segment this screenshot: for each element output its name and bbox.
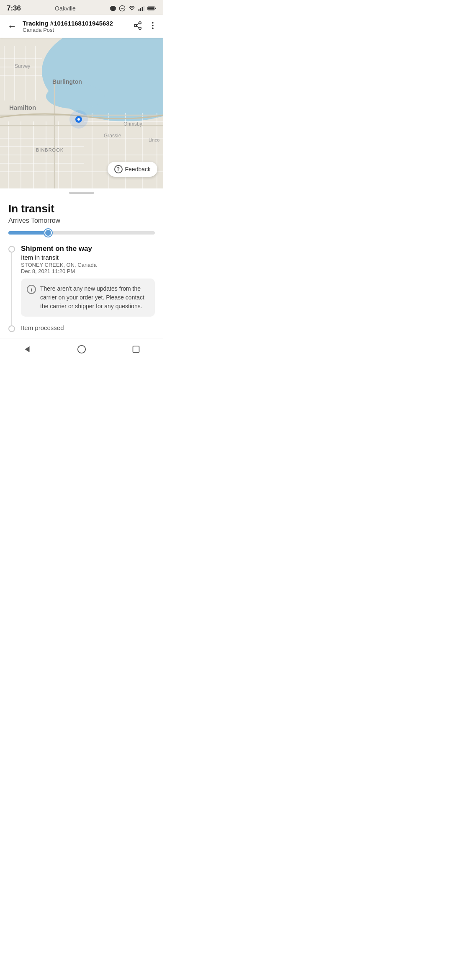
more-button[interactable] <box>148 21 157 32</box>
svg-rect-7 <box>142 7 143 11</box>
header-actions <box>133 21 157 32</box>
bottom-nav <box>0 338 163 360</box>
share-button[interactable] <box>133 21 142 32</box>
svg-text:Linco: Linco <box>149 137 159 142</box>
svg-rect-6 <box>140 8 141 11</box>
tracking-number: Tracking #10161168101945632 <box>23 20 129 27</box>
feedback-question-icon: ? <box>114 165 123 173</box>
signal-icon <box>138 5 145 11</box>
share-icon <box>133 21 142 30</box>
svg-rect-8 <box>144 6 144 11</box>
svg-point-17 <box>152 22 154 23</box>
info-box: i There aren't any new updates from the … <box>21 279 155 317</box>
nav-back-icon <box>23 345 32 354</box>
svg-point-63 <box>77 118 80 121</box>
svg-line-16 <box>136 23 139 25</box>
svg-text:Burlington: Burlington <box>52 78 82 85</box>
svg-rect-1 <box>115 7 116 10</box>
timeline-partial-title: Item processed <box>21 324 155 331</box>
timeline-date: Dec 8, 2021 11:20 PM <box>21 268 155 274</box>
progress-bar <box>8 231 155 235</box>
status-time: 7:36 <box>7 4 21 13</box>
nav-recent-icon <box>132 345 140 353</box>
status-location: Oakville <box>55 5 76 12</box>
scroll-handle-bar <box>69 192 94 194</box>
shipment-status-title: In transit <box>8 202 155 215</box>
timeline: Shipment on the way Item in transit STON… <box>8 245 155 317</box>
status-bar: 7:36 Oakville <box>0 0 163 15</box>
timeline-event-subtitle: Item in transit <box>21 254 155 261</box>
svg-rect-66 <box>133 346 139 352</box>
svg-text:Survey: Survey <box>15 63 30 69</box>
battery-icon <box>147 6 157 11</box>
map-container: Survey Burlington Hamilton Grimsby Grass… <box>0 38 163 188</box>
info-text: There aren't any new updates from the ca… <box>40 284 149 311</box>
vibrate-icon <box>110 5 116 12</box>
svg-text:Hamilton: Hamilton <box>9 104 36 111</box>
scroll-handle <box>0 188 163 196</box>
svg-text:Grimsby: Grimsby <box>123 121 142 127</box>
feedback-label: Feedback <box>125 166 151 173</box>
shipment-arrives: Arrives Tomorrow <box>8 217 155 224</box>
svg-rect-5 <box>139 9 139 11</box>
timeline-dot-partial <box>8 325 15 332</box>
header-info: Tracking #10161168101945632 Canada Post <box>23 20 129 33</box>
wifi-icon <box>128 5 136 11</box>
timeline-item-partial: Item processed <box>8 324 155 331</box>
svg-point-65 <box>78 345 85 353</box>
status-icons <box>110 5 157 12</box>
timeline-dot <box>8 246 15 253</box>
carrier-name: Canada Post <box>23 27 129 33</box>
progress-bar-fill <box>8 231 49 235</box>
timeline-location: STONEY CREEK, ON, Canada <box>21 262 155 268</box>
svg-rect-10 <box>155 8 156 9</box>
back-button[interactable]: ← <box>6 19 18 34</box>
svg-rect-11 <box>148 7 154 10</box>
content-section: In transit Arrives Tomorrow Shipment on … <box>0 196 163 338</box>
header-bar: ← Tracking #10161168101945632 Canada Pos… <box>0 15 163 38</box>
more-icon <box>148 21 157 30</box>
info-icon: i <box>27 285 36 294</box>
nav-home-button[interactable] <box>72 342 92 357</box>
feedback-button[interactable]: ? Feedback <box>108 162 157 177</box>
svg-line-15 <box>136 26 139 28</box>
svg-text:Grassie: Grassie <box>104 133 121 139</box>
svg-point-19 <box>152 27 154 29</box>
svg-rect-0 <box>110 7 111 10</box>
svg-marker-64 <box>25 346 30 352</box>
nav-back-button[interactable] <box>17 342 37 357</box>
nav-recent-button[interactable] <box>126 342 146 357</box>
dnd-icon <box>119 5 126 12</box>
timeline-line <box>11 253 12 332</box>
svg-point-18 <box>152 25 154 26</box>
svg-text:BINBROOK: BINBROOK <box>36 147 64 152</box>
svg-rect-2 <box>111 6 115 11</box>
timeline-item-shipment: Shipment on the way Item in transit STON… <box>21 245 155 317</box>
timeline-group-title: Shipment on the way <box>21 245 155 253</box>
nav-home-icon <box>77 345 86 354</box>
